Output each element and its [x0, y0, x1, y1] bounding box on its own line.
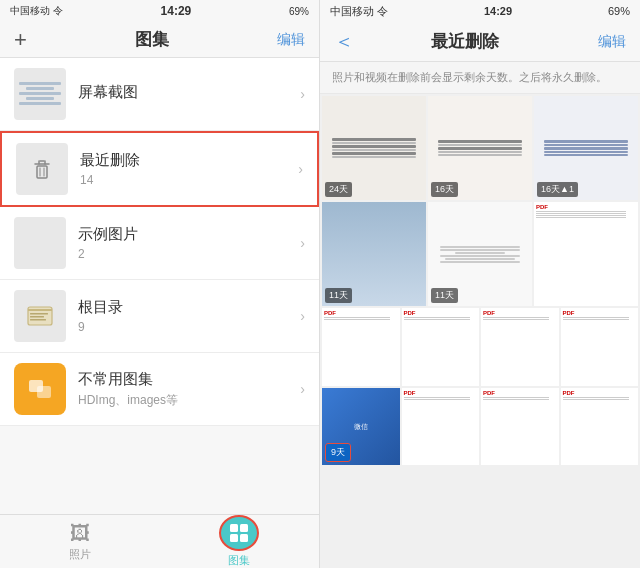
left-edit-button[interactable]: 编辑: [277, 31, 305, 49]
add-button[interactable]: +: [14, 29, 27, 51]
grid-cell-8[interactable]: PDF: [402, 308, 480, 386]
grid-cell-2[interactable]: 16天: [428, 96, 532, 200]
info-bar: 照片和视频在删除前会显示剩余天数。之后将永久删除。: [320, 62, 640, 94]
right-edit-button[interactable]: 编辑: [598, 33, 626, 51]
info-text: 照片和视频在删除前会显示剩余天数。之后将永久删除。: [332, 71, 607, 83]
photos-tab-label: 照片: [69, 547, 91, 562]
grid-cell-12[interactable]: PDF: [481, 388, 559, 466]
examples-count: 2: [78, 247, 294, 261]
grid-cell-5[interactable]: 11天: [428, 202, 532, 306]
svg-rect-9: [30, 313, 48, 315]
svg-rect-10: [30, 316, 44, 318]
misc-thumb: [14, 363, 66, 415]
days-badge-4: 11天: [325, 288, 352, 303]
grid-row-3: PDF PDF PDF: [322, 308, 638, 386]
misc-count: HDImg、images等: [78, 392, 294, 409]
album-item-root[interactable]: 根目录 9 ›: [0, 280, 319, 353]
examples-info: 示例图片 2: [78, 225, 294, 261]
left-title: 图集: [135, 28, 169, 51]
misc-chevron: ›: [300, 381, 305, 397]
days-badge-1: 24天: [325, 182, 352, 197]
right-nav-bar: ＜ 最近删除 编辑: [320, 22, 640, 62]
recently-deleted-count: 14: [80, 173, 292, 187]
grid-cell-1[interactable]: 24天: [322, 96, 426, 200]
root-thumb: [14, 290, 66, 342]
recently-deleted-name: 最近删除: [80, 151, 292, 170]
grid-cell-11[interactable]: PDF: [402, 388, 480, 466]
tab-albums[interactable]: 图集: [160, 515, 320, 568]
svg-rect-11: [30, 319, 46, 321]
albums-tab-label: 图集: [228, 553, 250, 568]
album-list: 屏幕截图 › 最近删除 14 ›: [0, 58, 319, 514]
examples-name: 示例图片: [78, 225, 294, 244]
album-item-screenshots[interactable]: 屏幕截图 ›: [0, 58, 319, 131]
examples-chevron: ›: [300, 235, 305, 251]
grid-cell-chat[interactable]: 微信 9天: [322, 388, 400, 466]
days-badge-2: 16天: [431, 182, 458, 197]
right-panel: 中国移动 令 14:29 69% ＜ 最近删除 编辑 照片和视频在删除前会显示剩…: [320, 0, 640, 568]
bottom-tab-bar: 🖼 照片 图集: [0, 514, 319, 568]
grid-cell-7[interactable]: PDF: [322, 308, 400, 386]
albums-tab-icon: [219, 515, 259, 551]
tab-photos[interactable]: 🖼 照片: [0, 515, 160, 568]
svg-rect-17: [240, 534, 248, 542]
right-time: 14:29: [484, 5, 512, 17]
grid-cell-3[interactable]: 16天▲1: [534, 96, 638, 200]
example-thumb: [14, 217, 66, 269]
screenshots-chevron: ›: [300, 86, 305, 102]
left-status-bar: 中国移动 令 14:29 69%: [0, 0, 319, 22]
grid-cell-6[interactable]: PDF: [534, 202, 638, 306]
right-battery: 69%: [608, 5, 630, 17]
misc-info: 不常用图集 HDImg、images等: [78, 370, 294, 409]
svg-rect-0: [37, 166, 47, 178]
root-chevron: ›: [300, 308, 305, 324]
album-item-misc[interactable]: 不常用图集 HDImg、images等 ›: [0, 353, 319, 426]
days-badge-5: 11天: [431, 288, 458, 303]
album-item-recently-deleted[interactable]: 最近删除 14 ›: [0, 131, 319, 207]
days-badge-3: 16天▲1: [537, 182, 578, 197]
right-status-bar: 中国移动 令 14:29 69%: [320, 0, 640, 22]
left-battery: 69%: [289, 6, 309, 17]
svg-rect-8: [28, 309, 52, 311]
grid-row-1: 24天 16天 16: [322, 96, 638, 200]
trash-icon: [16, 143, 68, 195]
grid-cell-4[interactable]: 11天: [322, 202, 426, 306]
screenshots-info: 屏幕截图: [78, 83, 294, 105]
back-button[interactable]: ＜: [334, 28, 354, 55]
days-badge-chat: 9天: [325, 443, 351, 462]
svg-rect-13: [37, 386, 51, 398]
screenshots-thumb: [14, 68, 66, 120]
svg-rect-14: [230, 524, 238, 532]
screenshots-name: 屏幕截图: [78, 83, 294, 102]
recently-deleted-chevron: ›: [298, 161, 303, 177]
left-carrier: 中国移动 令: [10, 4, 63, 18]
root-info: 根目录 9: [78, 298, 294, 334]
right-title: 最近删除: [362, 30, 568, 53]
photo-grid[interactable]: 24天 16天 16: [320, 94, 640, 568]
grid-row-4: 微信 9天 PDF PDF PDF: [322, 388, 638, 466]
grid-cell-10[interactable]: PDF: [561, 308, 639, 386]
svg-rect-16: [230, 534, 238, 542]
root-count: 9: [78, 320, 294, 334]
grid-row-2: 11天 11天 PDF: [322, 202, 638, 306]
left-nav-bar: + 图集 编辑: [0, 22, 319, 58]
photos-tab-icon: 🖼: [70, 522, 90, 545]
right-carrier: 中国移动 令: [330, 4, 388, 19]
svg-rect-15: [240, 524, 248, 532]
grid-cell-9[interactable]: PDF: [481, 308, 559, 386]
recently-deleted-info: 最近删除 14: [80, 151, 292, 187]
root-name: 根目录: [78, 298, 294, 317]
left-time: 14:29: [161, 4, 192, 18]
grid-cell-13[interactable]: PDF: [561, 388, 639, 466]
left-panel: 中国移动 令 14:29 69% + 图集 编辑 屏幕截图 ›: [0, 0, 320, 568]
album-item-examples[interactable]: 示例图片 2 ›: [0, 207, 319, 280]
misc-name: 不常用图集: [78, 370, 294, 389]
